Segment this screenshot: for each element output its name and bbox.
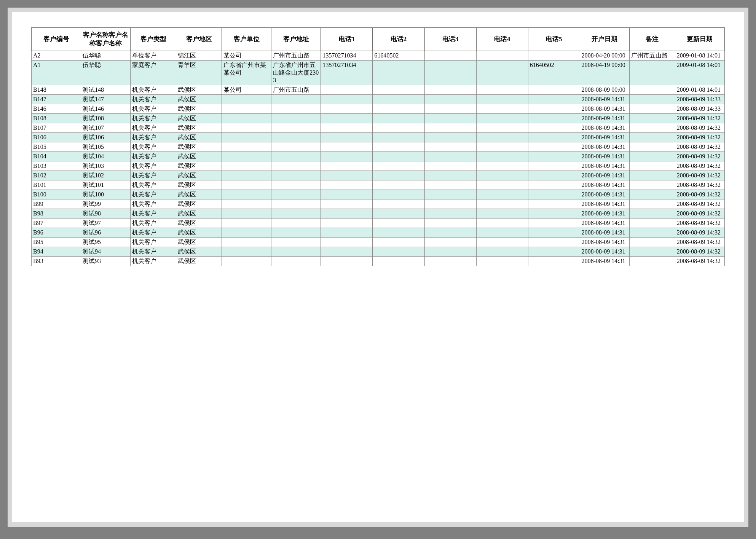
cell-tel3[interactable] [424, 133, 476, 142]
cell-region[interactable]: 武侯区 [176, 238, 222, 247]
cell-note[interactable] [629, 61, 675, 85]
cell-tel1[interactable] [321, 247, 373, 257]
cell-name[interactable]: 测试101 [81, 180, 131, 190]
cell-tel4[interactable] [476, 190, 528, 199]
cell-unit[interactable] [222, 228, 271, 238]
cell-update_date[interactable]: 2008-08-09 14:32 [675, 247, 724, 257]
cell-tel4[interactable] [476, 228, 528, 238]
cell-name[interactable]: 测试106 [81, 133, 131, 142]
header-tel1[interactable]: 电话1 [321, 28, 373, 51]
cell-type[interactable]: 机关客户 [131, 114, 176, 123]
cell-tel3[interactable] [424, 199, 476, 209]
cell-tel3[interactable] [424, 85, 476, 95]
table-row[interactable]: B94测试94机关客户武侯区2008-08-09 14:312008-08-09… [32, 247, 725, 257]
cell-tel5[interactable] [528, 257, 580, 266]
cell-unit[interactable] [222, 123, 271, 133]
header-tel5[interactable]: 电话5 [528, 28, 580, 51]
cell-note[interactable] [629, 209, 675, 218]
cell-tel3[interactable] [424, 209, 476, 218]
table-row[interactable]: B107测试107机关客户武侯区2008-08-09 14:312008-08-… [32, 123, 725, 133]
cell-open_date[interactable]: 2008-08-09 14:31 [580, 95, 629, 104]
cell-update_date[interactable]: 2008-08-09 14:32 [675, 257, 724, 266]
cell-unit[interactable] [222, 104, 271, 114]
cell-region[interactable]: 武侯区 [176, 85, 222, 95]
cell-tel4[interactable] [476, 199, 528, 209]
table-row[interactable]: B96测试96机关客户武侯区2008-08-09 14:312008-08-09… [32, 228, 725, 238]
cell-region[interactable]: 武侯区 [176, 114, 222, 123]
cell-tel1[interactable] [321, 133, 373, 142]
cell-unit[interactable] [222, 199, 271, 209]
cell-unit[interactable] [222, 247, 271, 257]
cell-open_date[interactable]: 2008-08-09 14:31 [580, 257, 629, 266]
cell-note[interactable] [629, 199, 675, 209]
cell-name[interactable]: 测试98 [81, 209, 131, 218]
cell-region[interactable]: 武侯区 [176, 180, 222, 190]
cell-addr[interactable] [271, 114, 321, 123]
header-note[interactable]: 备注 [629, 28, 675, 51]
cell-tel5[interactable] [528, 247, 580, 257]
cell-note[interactable] [629, 171, 675, 180]
cell-tel5[interactable] [528, 95, 580, 104]
cell-note[interactable] [629, 95, 675, 104]
cell-open_date[interactable]: 2008-08-09 14:31 [580, 152, 629, 161]
cell-update_date[interactable]: 2008-08-09 14:32 [675, 238, 724, 247]
cell-tel2[interactable] [373, 180, 424, 190]
cell-update_date[interactable]: 2008-08-09 14:32 [675, 218, 724, 228]
cell-type[interactable]: 机关客户 [131, 85, 176, 95]
cell-open_date[interactable]: 2008-04-19 00:00 [580, 61, 629, 85]
cell-tel1[interactable] [321, 85, 373, 95]
cell-tel1[interactable] [321, 171, 373, 180]
cell-tel4[interactable] [476, 104, 528, 114]
cell-id[interactable]: B100 [32, 190, 81, 199]
cell-tel1[interactable] [321, 228, 373, 238]
header-unit[interactable]: 客户单位 [222, 28, 271, 51]
cell-tel5[interactable] [528, 171, 580, 180]
cell-addr[interactable] [271, 199, 321, 209]
cell-open_date[interactable]: 2008-08-09 14:31 [580, 114, 629, 123]
cell-tel3[interactable] [424, 51, 476, 61]
cell-tel3[interactable] [424, 142, 476, 152]
cell-unit[interactable]: 广东省广州市某某公司 [222, 61, 271, 85]
cell-region[interactable]: 锦江区 [176, 51, 222, 61]
cell-region[interactable]: 武侯区 [176, 247, 222, 257]
header-update-date[interactable]: 更新日期 [675, 28, 724, 51]
cell-tel2[interactable] [373, 218, 424, 228]
cell-tel4[interactable] [476, 61, 528, 85]
cell-unit[interactable] [222, 95, 271, 104]
cell-name[interactable]: 测试96 [81, 228, 131, 238]
cell-note[interactable] [629, 190, 675, 199]
cell-unit[interactable] [222, 142, 271, 152]
table-row[interactable]: B99测试99机关客户武侯区2008-08-09 14:312008-08-09… [32, 199, 725, 209]
cell-note[interactable] [629, 228, 675, 238]
table-row[interactable]: B101测试101机关客户武侯区2008-08-09 14:312008-08-… [32, 180, 725, 190]
cell-open_date[interactable]: 2008-08-09 14:31 [580, 209, 629, 218]
cell-type[interactable]: 机关客户 [131, 257, 176, 266]
cell-open_date[interactable]: 2008-08-09 14:31 [580, 104, 629, 114]
cell-tel4[interactable] [476, 218, 528, 228]
cell-tel4[interactable] [476, 161, 528, 171]
cell-tel1[interactable] [321, 95, 373, 104]
cell-tel1[interactable] [321, 257, 373, 266]
cell-addr[interactable] [271, 257, 321, 266]
cell-open_date[interactable]: 2008-08-09 14:31 [580, 199, 629, 209]
cell-tel2[interactable] [373, 61, 424, 85]
cell-open_date[interactable]: 2008-08-09 14:31 [580, 247, 629, 257]
cell-tel1[interactable] [321, 180, 373, 190]
cell-update_date[interactable]: 2008-08-09 14:32 [675, 133, 724, 142]
cell-tel4[interactable] [476, 257, 528, 266]
cell-tel4[interactable] [476, 209, 528, 218]
cell-update_date[interactable]: 2008-08-09 14:32 [675, 190, 724, 199]
cell-unit[interactable] [222, 257, 271, 266]
cell-region[interactable]: 武侯区 [176, 228, 222, 238]
cell-tel1[interactable] [321, 152, 373, 161]
cell-tel2[interactable] [373, 199, 424, 209]
cell-tel2[interactable] [373, 133, 424, 142]
cell-open_date[interactable]: 2008-08-09 14:31 [580, 133, 629, 142]
cell-type[interactable]: 机关客户 [131, 142, 176, 152]
cell-tel5[interactable] [528, 228, 580, 238]
cell-tel3[interactable] [424, 104, 476, 114]
cell-open_date[interactable]: 2008-04-20 00:00 [580, 51, 629, 61]
cell-open_date[interactable]: 2008-08-09 14:31 [580, 171, 629, 180]
table-row[interactable]: B104测试104机关客户武侯区2008-08-09 14:312008-08-… [32, 152, 725, 161]
cell-type[interactable]: 机关客户 [131, 247, 176, 257]
